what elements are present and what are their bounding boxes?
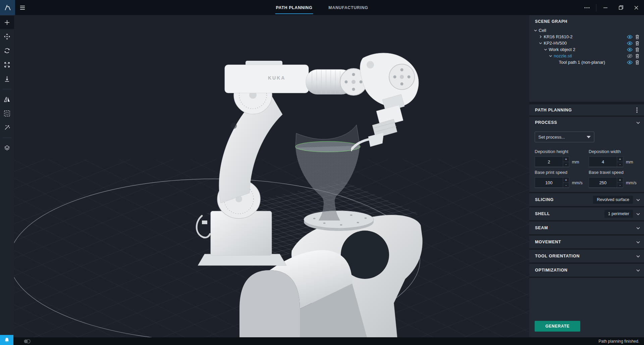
base-travel-speed-input[interactable] bbox=[589, 178, 617, 188]
chevron-down-icon bbox=[636, 211, 640, 217]
base-print-speed-input[interactable] bbox=[535, 178, 563, 188]
section-label: MOVEMENT bbox=[535, 240, 561, 244]
section-label: SLICING bbox=[535, 197, 554, 202]
deposition-width-input[interactable] bbox=[589, 157, 617, 167]
process-body: Set process... Deposition height + - bbox=[529, 128, 644, 192]
decrement-button[interactable]: - bbox=[617, 183, 623, 188]
add-object-button[interactable] bbox=[0, 16, 14, 29]
chevron-down-icon[interactable] bbox=[548, 54, 553, 57]
svg-text:KUKA: KUKA bbox=[268, 75, 285, 81]
dropdown-caret-icon bbox=[587, 136, 591, 138]
delete-trash-icon[interactable] bbox=[634, 47, 640, 52]
select-region-button[interactable] bbox=[0, 107, 14, 120]
decrement-button[interactable]: - bbox=[563, 162, 569, 167]
field-label: Deposition width bbox=[589, 149, 639, 154]
increment-button[interactable]: + bbox=[563, 157, 569, 162]
set-process-dropdown[interactable]: Set process... bbox=[535, 132, 594, 142]
move-tool-button[interactable] bbox=[0, 30, 14, 43]
dashed-selection-icon bbox=[4, 110, 10, 117]
restore-button[interactable] bbox=[613, 0, 629, 15]
fit-view-button[interactable] bbox=[0, 58, 14, 71]
delete-trash-icon[interactable] bbox=[634, 41, 640, 46]
right-sidebar: SCENE GRAPH Cell KR16 R1610-2 bbox=[529, 15, 644, 337]
section-slicing[interactable]: SLICING Revolved surface bbox=[529, 193, 644, 206]
app-logo[interactable] bbox=[0, 0, 15, 15]
close-icon bbox=[634, 6, 638, 10]
delete-trash-icon[interactable] bbox=[634, 34, 640, 40]
increment-button[interactable]: + bbox=[563, 178, 569, 183]
field-label: Base travel speed bbox=[589, 170, 639, 175]
section-label: SEAM bbox=[535, 226, 548, 230]
tree-node-tool-path[interactable]: Tool path 1 (non-planar) bbox=[529, 59, 644, 65]
delete-trash-icon[interactable] bbox=[634, 53, 640, 59]
section-shell[interactable]: SHELL 1 perimeter bbox=[529, 207, 644, 220]
kebab-menu-icon[interactable] bbox=[634, 107, 640, 113]
path-planning-title: PATH PLANNING bbox=[535, 108, 572, 112]
generate-button[interactable]: GENERATE bbox=[535, 321, 580, 332]
tree-node-cell[interactable]: Cell bbox=[529, 27, 644, 34]
section-label: OPTIMIZATION bbox=[535, 268, 568, 273]
rotate-tool-button[interactable] bbox=[0, 44, 14, 57]
tree-node-label: Tool path 1 (non-planar) bbox=[559, 60, 605, 65]
plus-icon bbox=[4, 19, 10, 26]
layers-button[interactable] bbox=[0, 141, 14, 155]
drop-to-floor-button[interactable] bbox=[0, 72, 14, 86]
tree-node-kr16[interactable]: KR16 R1610-2 bbox=[529, 34, 644, 40]
shell-value-badge[interactable]: 1 perimeter bbox=[604, 210, 633, 218]
section-process[interactable]: PROCESS bbox=[529, 117, 644, 128]
minimize-button[interactable] bbox=[598, 0, 613, 15]
deposition-height-input[interactable] bbox=[535, 157, 563, 167]
tree-node-work-object[interactable]: Work object 2 bbox=[529, 46, 644, 53]
chevron-down-icon[interactable] bbox=[533, 29, 538, 32]
section-movement[interactable]: MOVEMENT bbox=[529, 236, 644, 248]
3d-viewport[interactable]: KUKA bbox=[14, 15, 529, 337]
auto-orient-button[interactable] bbox=[0, 121, 14, 134]
notifications-button[interactable] bbox=[0, 335, 13, 345]
visibility-eye-off-icon[interactable] bbox=[627, 53, 633, 59]
chevron-right-icon[interactable] bbox=[538, 35, 543, 38]
stepper: + - bbox=[617, 178, 623, 188]
chevron-down-icon bbox=[636, 225, 640, 231]
unit-label: mm bbox=[572, 159, 579, 164]
section-seam[interactable]: SEAM bbox=[529, 221, 644, 234]
slicing-value-badge[interactable]: Revolved surface bbox=[593, 196, 633, 204]
theme-toggle-icon[interactable] bbox=[23, 339, 32, 344]
mirror-icon bbox=[4, 96, 10, 102]
section-tool-orientation[interactable]: TOOL ORIENTATION bbox=[529, 250, 644, 262]
section-label: PROCESS bbox=[535, 120, 557, 125]
delete-trash-icon[interactable] bbox=[634, 60, 640, 65]
visibility-eye-icon[interactable] bbox=[627, 60, 633, 65]
aibuild-logo-icon bbox=[3, 3, 12, 12]
decrement-button[interactable]: - bbox=[563, 183, 569, 188]
close-button[interactable] bbox=[629, 0, 644, 15]
path-planning-panel: PATH PLANNING PROCESS Set process... bbox=[529, 104, 644, 337]
tree-node-nozzle[interactable]: nozzle.stl bbox=[529, 53, 644, 59]
mode-tabs: PATH PLANNING MANUFACTURING bbox=[275, 0, 369, 15]
magic-wand-icon bbox=[4, 124, 10, 131]
tab-manufacturing[interactable]: MANUFACTURING bbox=[328, 0, 369, 15]
tree-node-kp2[interactable]: KP2-HV500 bbox=[529, 40, 644, 46]
field-base-print-speed: Base print speed + - mm/s bbox=[535, 167, 585, 188]
tree-node-label: Work object 2 bbox=[549, 47, 575, 52]
decrement-button[interactable]: - bbox=[617, 162, 623, 167]
section-label: TOOL ORIENTATION bbox=[535, 254, 580, 258]
unit-label: mm/s bbox=[572, 180, 583, 185]
chevron-down-icon[interactable] bbox=[538, 42, 543, 45]
mirror-tool-button[interactable] bbox=[0, 93, 14, 106]
tab-path-planning[interactable]: PATH PLANNING bbox=[275, 0, 313, 15]
chevron-down-icon[interactable] bbox=[543, 48, 548, 51]
visibility-eye-icon[interactable] bbox=[627, 47, 633, 52]
more-options-button[interactable] bbox=[579, 0, 595, 15]
section-label: SHELL bbox=[535, 211, 550, 216]
main-menu-button[interactable] bbox=[15, 0, 30, 15]
visibility-eye-icon[interactable] bbox=[627, 34, 633, 40]
visibility-eye-icon[interactable] bbox=[627, 41, 633, 46]
status-bar: Path planning finished. bbox=[13, 337, 644, 345]
increment-button[interactable]: + bbox=[617, 178, 623, 183]
toolbar-divider bbox=[3, 138, 11, 138]
section-optimization[interactable]: OPTIMIZATION bbox=[529, 264, 644, 277]
tree-node-label: KP2-HV500 bbox=[544, 41, 567, 46]
increment-button[interactable]: + bbox=[617, 157, 623, 162]
chevron-down-icon bbox=[636, 239, 640, 245]
tree-node-label: KR16 R1610-2 bbox=[544, 34, 573, 39]
